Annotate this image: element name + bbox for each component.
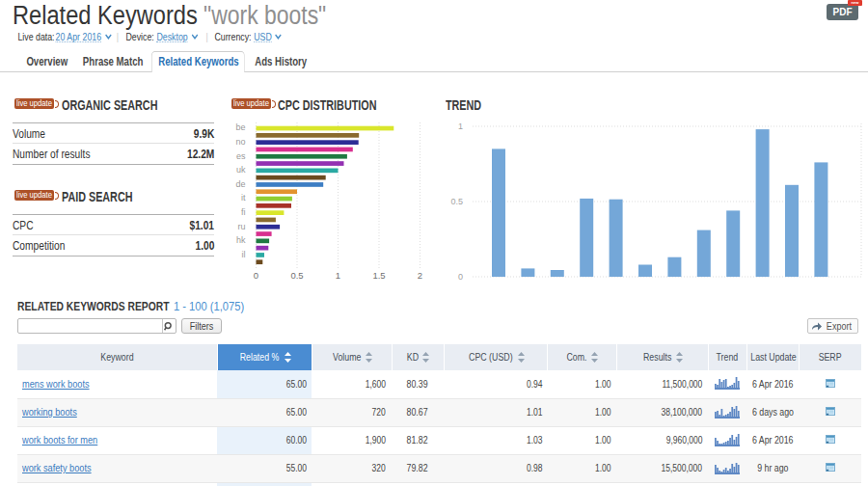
svg-text:ru: ru [237,222,245,231]
svg-text:0.5: 0.5 [450,197,463,206]
svg-text:1: 1 [458,122,463,131]
svg-text:it: it [241,193,246,202]
svg-text:il: il [242,250,246,259]
svg-text:uk: uk [236,165,246,175]
svg-text:es: es [236,151,246,161]
svg-text:no: no [235,137,245,147]
svg-text:0.5: 0.5 [290,270,303,281]
svg-text:0: 0 [254,270,258,281]
svg-text:be: be [235,122,245,132]
svg-text:hk: hk [236,235,246,245]
svg-text:0: 0 [458,272,463,282]
svg-text:de: de [235,179,245,189]
svg-text:2: 2 [418,270,422,281]
svg-text:1: 1 [336,270,340,281]
svg-text:fi: fi [241,207,246,217]
svg-text:1.5: 1.5 [372,270,385,281]
